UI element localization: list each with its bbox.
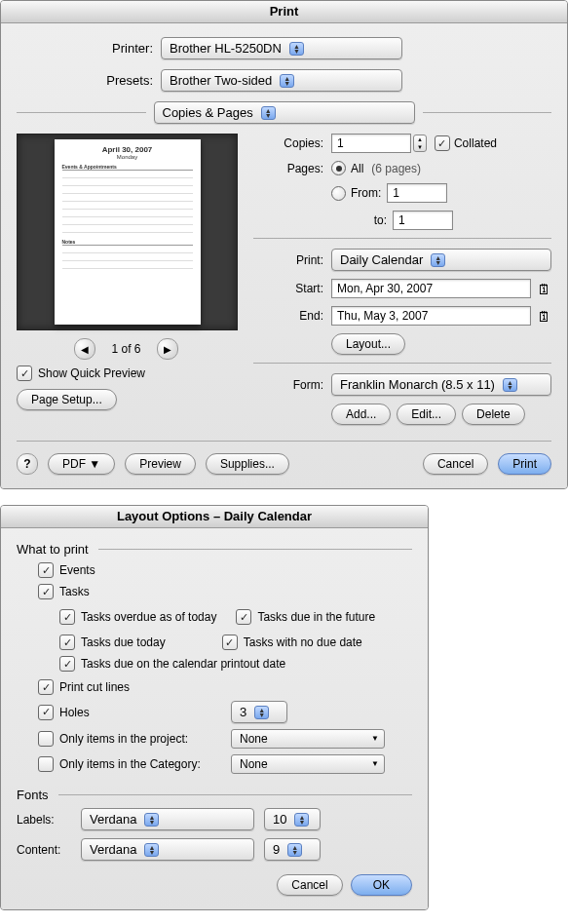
printer-value: Brother HL-5250DN [170,41,282,56]
tasks-overdue-label: Tasks overdue as of today [81,610,216,624]
tasks-nodue-label: Tasks with no due date [244,635,362,649]
tasks-overdue-checkbox[interactable]: ✓ [59,609,75,625]
preview-button[interactable]: Preview [125,453,196,475]
section-select[interactable]: Copies & Pages ▲▼ [154,101,415,124]
content-label: Content: [17,843,81,857]
presets-select[interactable]: Brother Two-sided ▲▼ [161,69,402,92]
content-font-value: Verdana [90,842,136,857]
category-select[interactable]: None ▼ [231,754,385,774]
labels-size-select[interactable]: 10 ▲▼ [264,808,321,830]
show-preview-checkbox[interactable]: ✓ [17,366,32,381]
layout-cancel-button[interactable]: Cancel [277,874,342,896]
printer-select[interactable]: Brother HL-5250DN ▲▼ [161,37,402,59]
end-label: End: [253,309,331,323]
tasks-printout-checkbox[interactable]: ✓ [59,656,75,672]
only-category-checkbox[interactable] [38,756,54,772]
chevron-down-icon: ▼ [371,734,379,743]
layout-ok-button[interactable]: OK [351,874,412,896]
help-button[interactable]: ? [17,453,38,475]
labels-size-value: 10 [273,812,286,827]
calendar-icon[interactable]: 🗓 [537,281,551,297]
edit-button[interactable]: Edit... [397,404,456,425]
print-button[interactable]: Print [498,453,551,475]
next-page-button[interactable]: ▶ [157,338,178,360]
preview-page-subtitle: Monday [62,154,193,160]
pdf-button[interactable]: PDF ▼ [48,453,115,475]
print-dialog: Print Printer: Brother HL-5250DN ▲▼ Pres… [0,0,568,489]
content-size-select[interactable]: 9 ▲▼ [264,838,321,861]
only-project-checkbox[interactable] [38,731,54,747]
supplies-button[interactable]: Supplies... [206,453,289,475]
delete-button[interactable]: Delete [462,404,525,425]
events-label: Events [59,563,95,577]
print-range-select[interactable]: Daily Calendar ▲▼ [331,249,551,271]
form-label: Form: [253,378,331,392]
printer-label: Printer: [17,41,161,56]
updown-icon: ▲▼ [289,42,304,56]
show-preview-label: Show Quick Preview [38,366,145,380]
pages-from-label: From: [351,186,381,200]
updown-icon: ▲▼ [280,74,294,88]
tasks-nodue-checkbox[interactable]: ✓ [222,635,238,650]
preview-page-title: April 30, 2007 [62,145,193,154]
pages-to-input[interactable] [393,211,453,230]
form-select[interactable]: Franklin Monarch (8.5 x 11) ▲▼ [331,373,551,396]
category-value: None [240,757,268,771]
pages-from-input[interactable] [387,183,447,203]
print-title: Print [1,1,567,23]
print-range-label: Print: [253,253,331,267]
layout-title: Layout Options – Daily Calendar [1,506,428,528]
project-select[interactable]: None ▼ [231,729,385,749]
events-checkbox[interactable]: ✓ [38,562,54,578]
copies-input[interactable] [331,134,411,153]
prev-page-button[interactable]: ◀ [74,338,95,360]
updown-icon: ▲▼ [261,106,276,120]
updown-icon: ▲▼ [144,843,159,857]
tasks-today-checkbox[interactable]: ✓ [59,635,75,650]
add-button[interactable]: Add... [331,404,391,425]
updown-icon: ▲▼ [287,843,302,857]
collated-label: Collated [454,136,497,150]
copies-stepper[interactable]: ▲▼ [413,135,427,152]
content-font-select[interactable]: Verdana ▲▼ [81,838,254,861]
updown-icon: ▲▼ [144,813,159,827]
holes-checkbox[interactable]: ✓ [38,705,54,720]
preview-page: April 30, 2007 Monday Events & Appointme… [55,139,201,325]
pager-text: 1 of 6 [111,342,140,356]
settings-pane: Copies: ▲▼ ✓ Collated Pages: All (6 page… [253,134,551,433]
tasks-today-label: Tasks due today [81,635,166,649]
labels-font-select[interactable]: Verdana ▲▼ [81,808,254,830]
holes-value: 3 [240,705,246,719]
cancel-button[interactable]: Cancel [423,453,488,475]
only-project-label: Only items in the project: [59,732,225,746]
pages-all-radio[interactable] [331,161,346,175]
start-label: Start: [253,282,331,295]
updown-icon: ▲▼ [294,813,309,827]
presets-value: Brother Two-sided [170,73,272,88]
pages-all-label: All [351,162,363,175]
pages-from-radio[interactable] [331,186,346,201]
updown-icon: ▲▼ [431,253,445,267]
pages-to-label: to: [354,213,387,227]
preview-box: April 30, 2007 Monday Events & Appointme… [17,134,238,330]
holes-select[interactable]: 3 ▲▼ [231,701,287,723]
page-setup-button[interactable]: Page Setup... [17,389,117,410]
calendar-icon[interactable]: 🗓 [537,308,551,325]
content-size-value: 9 [273,842,280,857]
cutlines-label: Print cut lines [59,680,130,694]
cutlines-checkbox[interactable]: ✓ [38,679,54,695]
copies-label: Copies: [253,136,331,150]
section-value: Copies & Pages [163,105,253,120]
pages-count: (6 pages) [371,162,421,175]
labels-font-value: Verdana [90,812,136,827]
collated-checkbox[interactable]: ✓ [435,135,450,151]
end-input[interactable] [331,306,531,326]
layout-button[interactable]: Layout... [331,333,405,355]
updown-icon: ▲▼ [254,706,269,719]
holes-label: Holes [59,706,225,719]
tasks-checkbox[interactable]: ✓ [38,584,54,599]
presets-label: Presets: [17,73,161,88]
tasks-future-checkbox[interactable]: ✓ [236,609,251,625]
start-input[interactable] [331,279,531,298]
tasks-printout-label: Tasks due on the calendar printout date [81,657,285,671]
